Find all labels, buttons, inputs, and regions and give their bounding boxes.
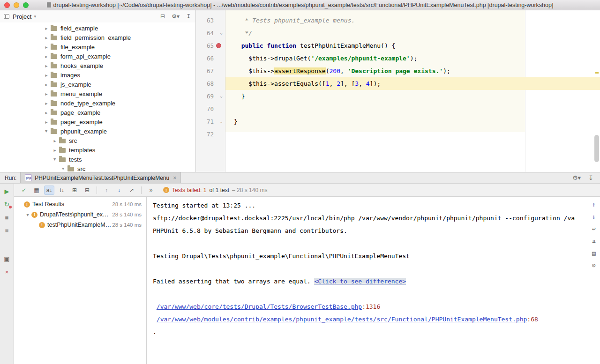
chevron-right-icon[interactable]: ▸	[43, 35, 50, 40]
code-line[interactable]	[225, 103, 600, 115]
chevron-right-icon[interactable]: ▸	[43, 101, 50, 106]
test-failed-gutter-icon[interactable]	[216, 43, 221, 48]
close-icon[interactable]: ×	[3, 268, 11, 276]
collapse-all-icon[interactable]: ⊟	[160, 13, 165, 20]
chevron-right-icon[interactable]: ▸	[43, 110, 50, 115]
editor-code-area[interactable]: * Tests phpunit_example menus. */ public…	[225, 10, 600, 172]
chevron-down-icon[interactable]: ▸	[61, 165, 66, 172]
fold-icon[interactable]: ⌄	[220, 115, 223, 127]
hide-panel-icon[interactable]: ↧	[588, 174, 593, 181]
code-line[interactable]: }	[225, 115, 600, 128]
tree-item-pager_example[interactable]: ▸pager_example	[0, 117, 195, 126]
test-tree-item[interactable]: ▾!Drupal\Tests\phpunit_ex…28 s 140 ms	[14, 209, 146, 220]
chevron-down-icon[interactable]: ▸	[52, 156, 58, 163]
tree-item-tests[interactable]: ▸tests	[0, 155, 195, 164]
run-tool-window-label: Run:	[5, 175, 16, 181]
run-icon[interactable]: ▶	[3, 187, 11, 195]
folder-icon	[51, 82, 57, 87]
restore-layout-icon[interactable]: ▣	[3, 255, 11, 263]
tree-item-images[interactable]: ▸images	[0, 70, 195, 80]
stop-icon[interactable]: ■	[3, 214, 11, 222]
chevron-down-icon[interactable]: ▾	[34, 14, 36, 19]
chevron-down-icon[interactable]: ▾	[24, 212, 31, 217]
soft-wrap-icon[interactable]: ↩	[590, 225, 598, 232]
jump-to-source-icon[interactable]: ↗	[127, 186, 137, 195]
console-link[interactable]: <Click to see difference>	[314, 278, 406, 285]
console-link[interactable]: /var/www/web/modules/contrib/examples/ph…	[157, 316, 527, 323]
next-failed-test-icon[interactable]: ↓	[114, 186, 124, 195]
code-line[interactable]: * Tests phpunit_example menus.	[225, 14, 600, 27]
code-line[interactable]: $this->assertEquals([1, 2], [3, 4]);	[225, 77, 600, 90]
console-text: .	[153, 328, 157, 335]
tree-item-form_api_example[interactable]: ▸form_api_example	[0, 52, 195, 61]
scroll-to-end-icon[interactable]: ⇊	[590, 237, 598, 245]
chevron-right-icon[interactable]: ▸	[43, 91, 50, 97]
chevron-down-icon[interactable]: ▸	[44, 128, 49, 134]
tree-item-page_example[interactable]: ▸page_example	[0, 108, 195, 117]
tree-item-js_example[interactable]: ▸js_example	[0, 80, 195, 89]
console-link[interactable]: /var/www/web/core/tests/Drupal/Tests/Bro…	[157, 303, 362, 310]
settings-gear-icon[interactable]: ⚙▾	[172, 13, 180, 20]
test-console-icon[interactable]: ▦	[31, 186, 42, 195]
tree-item-src[interactable]: ▸src	[0, 136, 195, 145]
chevron-right-icon[interactable]: ▸	[43, 54, 50, 59]
tree-item-hooks_example[interactable]: ▸hooks_example	[0, 61, 195, 70]
test-history-icon[interactable]: ≡	[3, 227, 11, 235]
project-header-label[interactable]: Project	[13, 13, 31, 20]
chevron-right-icon[interactable]: ▸	[43, 26, 50, 31]
line-number: 69	[196, 90, 214, 103]
tree-item-phpunit_example[interactable]: ▸phpunit_example	[0, 126, 195, 136]
tree-item-file_example[interactable]: ▸file_example	[0, 42, 195, 52]
chevron-right-icon[interactable]: ▸	[43, 119, 50, 125]
print-icon[interactable]: ▤	[590, 249, 598, 257]
tree-item-field_permission_example[interactable]: ▸field_permission_example	[0, 33, 195, 42]
fold-icon[interactable]: ⌄	[220, 89, 223, 102]
minimize-window-button[interactable]	[14, 2, 19, 8]
ide-window: drupal-testing-workshop [~/Code/os/drupa…	[0, 0, 600, 364]
fold-icon[interactable]: ⌄	[220, 26, 223, 39]
sort-alphabetically-icon[interactable]: a↓	[44, 186, 54, 195]
expand-all-icon[interactable]: ⊞	[69, 186, 80, 195]
code-line[interactable]: $this->assertResponse(200, 'Description …	[225, 65, 600, 77]
zoom-window-button[interactable]	[23, 2, 29, 8]
previous-failed-test-icon[interactable]: ↑	[101, 186, 112, 195]
chevron-right-icon[interactable]: ▸	[43, 63, 50, 68]
test-tree-item[interactable]: !Test Results28 s 140 ms	[14, 199, 146, 209]
sort-by-duration-icon[interactable]: t↓	[57, 186, 67, 195]
tree-item-templates[interactable]: ▸templates	[0, 145, 195, 155]
collapse-all-icon[interactable]: ⊟	[82, 186, 92, 195]
warning-stripe-mark[interactable]	[595, 72, 599, 74]
to-previous-icon[interactable]: ↑	[590, 201, 598, 208]
code-line[interactable]	[225, 128, 600, 141]
tree-item-field_example[interactable]: ▸field_example	[0, 23, 195, 33]
tree-item-menu_example[interactable]: ▸menu_example	[0, 89, 195, 98]
hide-panel-icon[interactable]: ↧	[186, 13, 191, 20]
code-line[interactable]: public function testPhpUnitExampleMenu()…	[225, 39, 600, 52]
chevron-right-icon[interactable]: ▸	[43, 45, 50, 50]
to-next-icon[interactable]: ↓	[590, 213, 598, 220]
close-window-button[interactable]	[4, 2, 10, 8]
show-passed-icon[interactable]: ✓	[19, 186, 29, 195]
tree-item-src[interactable]: ▸src	[0, 164, 195, 172]
run-tab[interactable]: php PHPUnitExampleMenuTest.testPhpUnitEx…	[20, 172, 181, 183]
code-line[interactable]: $this->drupalGet('/examples/phpunit-exam…	[225, 52, 600, 65]
more-options-icon[interactable]: »	[146, 186, 156, 195]
code-line[interactable]: }	[225, 90, 600, 103]
code-line[interactable]: */	[225, 27, 600, 39]
rerun-failed-tests-icon[interactable]: ↻	[3, 201, 11, 208]
console-text: :68	[527, 316, 538, 323]
console-line: sftp://docker@drupaltest.docksal:2225/us…	[153, 212, 600, 224]
close-tab-icon[interactable]: ×	[173, 175, 176, 181]
gutter-row: 69⌄	[196, 90, 225, 103]
tree-item-node_type_example[interactable]: ▸node_type_example	[0, 98, 195, 108]
folder-icon	[51, 92, 57, 97]
chevron-right-icon[interactable]: ▸	[52, 148, 58, 153]
settings-gear-icon[interactable]: ⚙▾	[572, 174, 581, 181]
editor-scrollbar[interactable]	[594, 135, 599, 162]
clear-console-icon[interactable]: ⊘	[590, 261, 598, 269]
chevron-right-icon[interactable]: ▸	[52, 138, 58, 143]
chevron-right-icon[interactable]: ▸	[43, 82, 50, 87]
test-tree-item[interactable]: !testPhpUnitExampleM…28 s 140 ms	[14, 220, 146, 230]
warning-icon: !	[163, 187, 169, 193]
chevron-right-icon[interactable]: ▸	[43, 73, 50, 78]
